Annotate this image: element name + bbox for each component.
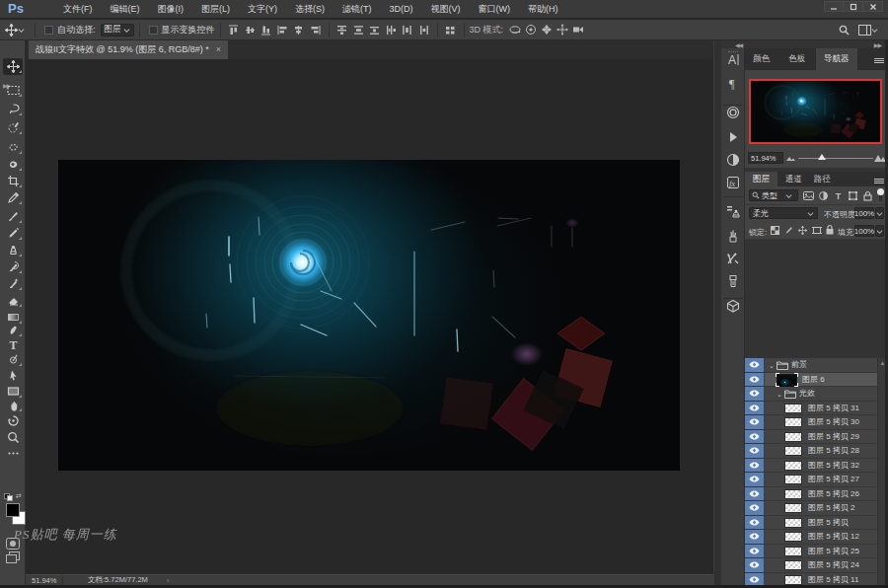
visibility-toggle[interactable] [745, 473, 765, 486]
tab-color[interactable]: 颜色 [745, 48, 777, 70]
auto-select-target-dropdown[interactable]: 图层 [101, 24, 134, 37]
canvas[interactable] [58, 160, 680, 471]
distribute-top-edges-button[interactable] [334, 25, 351, 36]
panel-icon-brush-presets[interactable] [721, 225, 745, 247]
layer-thumbnail-transparent[interactable] [784, 461, 802, 471]
3d-roll-button[interactable] [523, 24, 539, 36]
close-button[interactable] [863, 1, 883, 12]
layer-thumbnail-transparent[interactable] [784, 475, 802, 484]
group-expand-chevron[interactable]: ⌄ [777, 392, 782, 398]
tool-brush[interactable] [3, 208, 23, 225]
lock-pixels-icon[interactable] [784, 226, 793, 235]
move-tool-preset[interactable] [0, 24, 30, 37]
layer-name[interactable]: 图层 5 拷贝 32 [808, 459, 859, 473]
tool-history-brush[interactable] [3, 258, 23, 275]
layer-group-row[interactable]: ⌄光效 [745, 387, 888, 402]
layer-row[interactable]: 图层 5 拷贝 30 [745, 415, 888, 430]
zoom-slider-track[interactable] [798, 158, 873, 159]
distribute-left-edges-button[interactable] [383, 25, 400, 36]
layer-thumbnail-transparent[interactable] [784, 575, 802, 585]
panel-icon-actions[interactable] [721, 126, 745, 148]
screen-mode-button[interactable] [3, 549, 23, 565]
3d-zoom-button[interactable] [570, 24, 586, 36]
tool-rotate-view[interactable] [3, 412, 23, 429]
tab-navigator[interactable]: 导航器 [816, 48, 857, 70]
navigator-zoom-field[interactable]: 51.94% [748, 152, 783, 164]
tool-lasso[interactable] [3, 101, 23, 117]
swap-colors-icon[interactable]: ⇄ [16, 492, 22, 500]
layer-row[interactable]: 图层 5 拷贝 2 [745, 501, 888, 516]
menu-item-4[interactable]: 图层(L) [192, 0, 239, 19]
panel-menu-icon[interactable] [874, 57, 884, 64]
layer-row[interactable]: 图层 5 拷贝 27 [745, 473, 888, 487]
layer-row[interactable]: 图层 5 拷贝 [745, 516, 888, 531]
align-horizontal-centers-button[interactable] [291, 25, 308, 36]
status-arrow-icon[interactable]: › [167, 577, 169, 584]
visibility-toggle[interactable] [745, 358, 765, 372]
auto-select-checkbox[interactable] [44, 26, 53, 35]
menu-item-8[interactable]: 3D(D) [381, 0, 422, 19]
collapse-strip-icon[interactable]: ◀◀ [735, 41, 742, 48]
visibility-toggle[interactable] [745, 373, 765, 387]
foreground-color-swatch[interactable] [6, 503, 20, 517]
layer-name[interactable]: 图层 5 拷贝 30 [808, 415, 859, 429]
document-tab[interactable]: 战狼II文字特效 @ 51.9% (图层 6, RGB/8#) * × [29, 40, 228, 59]
lock-artboard-icon[interactable] [812, 226, 822, 235]
layer-name[interactable]: 前景 [791, 358, 807, 372]
opacity-value[interactable]: 100% [854, 207, 874, 219]
layer-thumbnail-transparent[interactable] [784, 417, 802, 427]
zoom-out-icon[interactable] [786, 155, 795, 162]
visibility-toggle[interactable] [745, 516, 765, 530]
panel-icon-brush-settings[interactable] [721, 270, 745, 292]
filter-type-icon[interactable]: T [834, 191, 843, 200]
fill-value[interactable]: 100% [854, 225, 874, 237]
tab-paths[interactable]: 路径 [806, 172, 839, 186]
menu-item-9[interactable]: 视图(V) [422, 0, 470, 19]
layer-row[interactable]: 图层 5 拷贝 12 [745, 530, 888, 545]
panel-icon-paragraph[interactable]: ¶ [721, 72, 745, 94]
workspace-switcher[interactable] [854, 25, 882, 36]
layer-name[interactable]: 图层 5 拷贝 11 [808, 573, 858, 587]
layer-name[interactable]: 图层 5 拷贝 2 [808, 501, 855, 515]
layer-name[interactable]: 图层 5 拷贝 24 [808, 558, 859, 572]
opacity-dropdown-button[interactable] [875, 207, 884, 219]
tool-hand[interactable] [3, 397, 23, 413]
distribute-horizontal-centers-button[interactable] [400, 25, 416, 36]
status-doc-info[interactable]: 文档:5.72M/77.2M › [63, 575, 172, 586]
layer-name[interactable]: 图层 5 拷贝 28 [808, 444, 859, 458]
layer-thumbnail-transparent[interactable] [784, 446, 802, 456]
zoom-slider-thumb[interactable] [818, 154, 826, 160]
tool-quick-select[interactable] [3, 119, 23, 136]
tool-ellipsis[interactable] [3, 445, 23, 462]
layer-thumbnail-transparent[interactable] [784, 432, 802, 442]
tab-swatches[interactable]: 色板 [780, 48, 813, 70]
layer-thumbnail-transparent[interactable] [784, 489, 802, 499]
3d-rotate-button[interactable] [507, 24, 523, 36]
filter-toggle-switch[interactable] [877, 188, 884, 202]
lock-all-icon[interactable] [826, 225, 834, 235]
layer-name[interactable]: 图层 5 拷贝 26 [808, 487, 859, 501]
group-expand-chevron[interactable]: ⌄ [769, 363, 775, 369]
panel-icon-character[interactable]: A [721, 48, 745, 70]
panel-icon-styles[interactable]: fx [721, 172, 745, 193]
tool-pencil[interactable] [3, 225, 23, 242]
panel-icon-adjustments[interactable] [721, 149, 745, 171]
layer-name[interactable]: 图层 6 [802, 373, 825, 387]
visibility-toggle[interactable] [745, 387, 765, 401]
visibility-toggle[interactable] [745, 545, 765, 558]
align-left-edges-button[interactable] [274, 25, 291, 36]
minimize-button[interactable] [824, 1, 844, 12]
layer-name[interactable]: 图层 5 拷贝 29 [808, 430, 859, 444]
layer-thumbnail-transparent[interactable] [784, 503, 802, 513]
default-colors-icon[interactable] [4, 493, 13, 501]
menu-item-2[interactable]: 编辑(E) [102, 0, 149, 19]
visibility-toggle[interactable] [745, 415, 765, 429]
layer-name[interactable]: 图层 5 拷贝 31 [808, 402, 859, 415]
visibility-toggle[interactable] [745, 558, 765, 572]
tool-art-history[interactable] [3, 275, 23, 292]
layer-row[interactable]: 图层 5 拷贝 28 [745, 444, 888, 459]
layer-thumbnail[interactable] [777, 374, 797, 386]
layer-thumbnail-transparent[interactable] [784, 560, 802, 570]
maximize-button[interactable] [844, 1, 863, 12]
layer-row[interactable]: 图层 5 拷贝 31 [745, 402, 888, 416]
